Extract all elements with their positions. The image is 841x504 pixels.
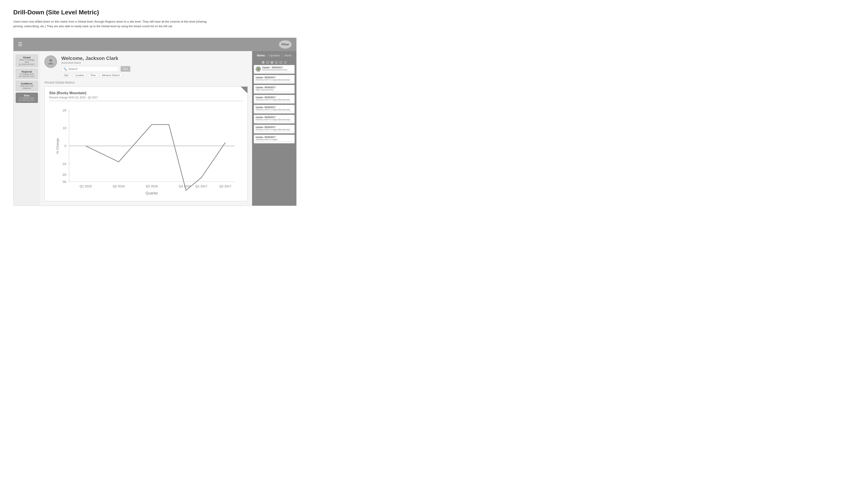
panel-dots [252,60,296,65]
updates-list: 🌿 Update - 09/26/2017 Environmental (Pue… [252,65,296,206]
update-item-5: Update- 09/26/2017 Inventory MOH on targ… [254,105,295,113]
breadcrumb-sites-title: Sites [18,94,36,97]
breadcrumb-item-submetric[interactable]: SubMetric Total GHG with reference [16,81,38,91]
update-date-4: Update- 09/26/2017 [256,96,293,98]
update-avatar-1: 🌿 [256,66,261,72]
welcome-text-block: Welcome, Jackson Clark (executive team) … [61,55,248,77]
chart-subtitle: Percent change GHG Q1 2016 - Q2 2017 [49,96,243,101]
update-text-2: Inventory MOH on target (Barceloneta) [256,79,293,81]
svg-text:0: 0 [65,144,66,148]
corner-indicator [241,87,247,93]
breadcrumb-item-regional[interactable]: Regional % Change GHGQ1 2016-Q2 2017 [16,69,38,79]
tab-updates[interactable]: Updates [268,53,281,57]
svg-text:20: 20 [63,109,66,112]
chart-line [86,125,225,191]
update-content-7: Update- 09/26/2017 Inventory MOH on targ… [256,126,293,132]
page-wrapper: Drill-Down (Site Level Metric) Users hav… [0,0,310,215]
pfizer-logo: Pfizer [279,40,292,49]
update-item-3: Update- 09/26/2017 Water (Barceloneta) [254,85,295,93]
svg-text:10: 10 [63,126,66,130]
svg-point-0 [49,59,52,62]
dot-4[interactable] [275,61,278,64]
svg-text:Q1 2016: Q1 2016 [80,184,92,188]
app-body: Global Pfizer % Change GHGQ1 2016-Q2 201… [14,51,296,206]
update-text-5: Inventory MOH on target (Barceloneta) [256,109,293,111]
update-text-8: Inventory MOH on target [256,139,293,141]
chart-title: Site (Rocky Mountain) [49,91,243,95]
filter-advance-search[interactable]: Advance Search [99,73,122,77]
tab-alerts[interactable]: Alerts [283,53,292,57]
update-item-4: Update- 09/26/2017 Inventory MOH on targ… [254,95,295,104]
right-panel: Notes | Updates | Alerts [252,51,296,206]
update-content-8: Update- 09/26/2017 Inventory MOH on targ… [256,136,293,142]
svg-text:% Change: % Change [55,138,59,154]
update-content-3: Update- 09/26/2017 Water (Barceloneta) [256,86,293,92]
go-button[interactable]: GO [121,66,130,72]
dot-3[interactable] [271,61,273,64]
update-content-1: Update - 09/26/2017 Environmental (Puert… [262,66,293,72]
chart-svg-wrapper: 20 10 0 -10 -20 -30 [49,105,243,197]
page-description: Users have now drilled down on this metr… [13,19,212,29]
svg-text:Quarter: Quarter [145,191,158,195]
dot-1[interactable] [262,61,264,64]
app-frame: ☰ Pfizer Global Pfizer % Change GHGQ1 20… [13,38,297,206]
tab-notes[interactable]: Notes [256,53,266,57]
update-date-1: Update - 09/26/2017 [262,66,293,69]
update-text-7: Inventory MOH on target (Barceloneta) [256,128,293,131]
search-input-wrapper: 🔍 [61,66,119,72]
update-divider-4 [256,102,293,102]
svg-text:-20: -20 [62,173,66,177]
update-text-6: Inventory MOH on target (Barceloneta) [256,119,293,121]
breadcrumb-submetric-title: SubMetric [18,82,36,85]
chart-svg: 20 10 0 -10 -20 -30 [49,105,243,196]
page-title: Drill-Down (Site Level Metric) [13,9,297,16]
update-divider-5 [256,112,293,112]
breadcrumb-item-global[interactable]: Global Pfizer % Change GHGQ1 2016-Q2 201… [16,55,38,67]
svg-text:-10: -10 [62,162,66,166]
dot-2[interactable] [266,61,269,64]
app-header: ☰ Pfizer [14,38,296,51]
dot-6[interactable] [284,61,286,64]
update-content-6: Update- 09/26/2017 Inventory MOH on targ… [256,116,293,122]
avatar [45,55,57,68]
dot-5[interactable] [280,61,282,64]
breadcrumb-regional-title: Regional [18,70,36,73]
breadcrumb-item-sites[interactable]: Sites % Change GHGQ1 2016-Q2 2017 [16,93,38,103]
breadcrumb-submetric-subtitle: Total GHG with reference [18,85,36,89]
update-content-2: Update- 09/26/2017 Inventory MOH on targ… [256,76,293,82]
update-text-1: Environmental (Puerto Rico) [262,69,293,71]
update-item-1: 🌿 Update - 09/26/2017 Environmental (Pue… [254,65,295,74]
update-item-6: Update- 09/26/2017 Inventory MOH on targ… [254,115,295,123]
pinned-label: Pinned Global Metrics [45,81,248,84]
update-divider-7 [256,131,293,132]
search-icon: 🔍 [63,67,67,71]
search-bar: 🔍 GO [61,66,248,72]
hamburger-icon[interactable]: ☰ [18,41,22,47]
filter-location[interactable]: Location [73,73,87,77]
svg-text:-30: -30 [62,180,66,183]
update-date-8: Update- 09/26/2017 [256,136,293,139]
update-content-5: Update- 09/26/2017 Inventory MOH on targ… [256,106,293,112]
breadcrumb-global-title: Global [18,56,36,59]
breadcrumb-global-subtitle: Pfizer % Change GHGQ1 2016-Q2 2017 [18,59,36,66]
update-date-7: Update- 09/26/2017 [256,126,293,128]
welcome-name: Welcome, Jackson Clark [61,55,248,61]
welcome-role: (executive team) [61,61,248,64]
left-sidebar: Global Pfizer % Change GHGQ1 2016-Q2 201… [14,51,40,206]
search-input[interactable] [68,67,117,71]
update-item-8: Update- 09/26/2017 Inventory MOH on targ… [254,135,295,143]
svg-text:Q2 2016: Q2 2016 [113,184,125,188]
breadcrumb-sites-subtitle: % Change GHGQ1 2016-Q2 2017 [18,97,36,101]
svg-text:Q2 2017: Q2 2017 [219,184,231,188]
update-divider-2 [256,82,293,82]
update-date-2: Update- 09/26/2017 [256,76,293,79]
update-date-5: Update- 09/26/2017 [256,106,293,109]
update-item-7: Update- 09/26/2017 Inventory MOH on targ… [254,125,295,133]
update-divider-6 [256,122,293,122]
svg-text:Q1 2017: Q1 2017 [195,184,207,188]
update-divider-8 [256,142,293,142]
filter-opu[interactable]: OpU [61,73,71,77]
filter-time[interactable]: Time [88,73,98,77]
update-content-4: Update- 09/26/2017 Inventory MOH on targ… [256,96,293,102]
search-filters: OpU Location Time Advance Search [61,73,248,77]
